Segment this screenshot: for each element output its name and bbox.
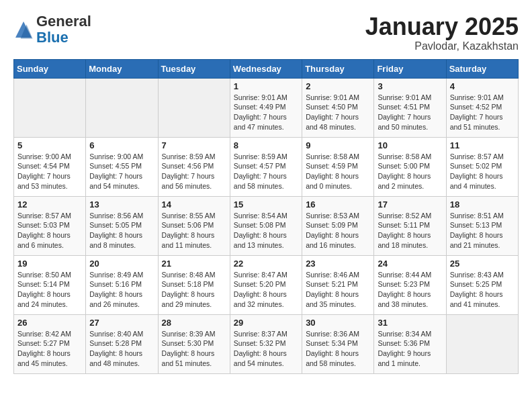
day-cell: 2Sunrise: 9:01 AM Sunset: 4:50 PM Daylig… xyxy=(302,78,374,137)
day-info: Sunrise: 8:56 AM Sunset: 5:05 PM Dayligh… xyxy=(89,211,154,250)
day-info: Sunrise: 8:48 AM Sunset: 5:18 PM Dayligh… xyxy=(162,270,226,310)
day-cell: 29Sunrise: 8:37 AM Sunset: 5:32 PM Dayli… xyxy=(230,314,302,373)
day-number: 22 xyxy=(234,259,298,269)
day-number: 21 xyxy=(162,259,226,269)
day-cell: 20Sunrise: 8:49 AM Sunset: 5:16 PM Dayli… xyxy=(86,255,158,314)
day-number: 12 xyxy=(17,199,82,210)
week-row-2: 5Sunrise: 9:00 AM Sunset: 4:54 PM Daylig… xyxy=(14,137,519,196)
title-block: January 2025 Pavlodar, Kazakhstan xyxy=(365,13,519,52)
day-info: Sunrise: 8:51 AM Sunset: 5:13 PM Dayligh… xyxy=(450,211,515,250)
weekday-header-row: SundayMondayTuesdayWednesdayThursdayFrid… xyxy=(14,59,519,78)
day-number: 28 xyxy=(162,318,226,328)
week-row-5: 26Sunrise: 8:42 AM Sunset: 5:27 PM Dayli… xyxy=(14,314,519,373)
logo: General Blue xyxy=(13,13,91,46)
logo-blue-text: Blue xyxy=(36,29,69,46)
day-number: 8 xyxy=(234,140,298,150)
weekday-header-thursday: Thursday xyxy=(302,59,374,78)
day-info: Sunrise: 8:42 AM Sunset: 5:27 PM Dayligh… xyxy=(17,329,82,369)
day-cell: 14Sunrise: 8:55 AM Sunset: 5:06 PM Dayli… xyxy=(158,196,230,255)
day-number: 3 xyxy=(378,81,442,91)
day-info: Sunrise: 8:40 AM Sunset: 5:28 PM Dayligh… xyxy=(89,329,154,369)
day-number: 24 xyxy=(378,259,442,269)
day-info: Sunrise: 8:37 AM Sunset: 5:32 PM Dayligh… xyxy=(234,329,298,369)
day-cell: 19Sunrise: 8:50 AM Sunset: 5:14 PM Dayli… xyxy=(14,255,86,314)
day-cell: 5Sunrise: 9:00 AM Sunset: 4:54 PM Daylig… xyxy=(14,137,86,196)
day-number: 11 xyxy=(450,140,515,150)
day-cell: 18Sunrise: 8:51 AM Sunset: 5:13 PM Dayli… xyxy=(446,196,518,255)
calendar-header: SundayMondayTuesdayWednesdayThursdayFrid… xyxy=(14,59,519,78)
day-number: 10 xyxy=(378,140,442,150)
day-cell: 26Sunrise: 8:42 AM Sunset: 5:27 PM Dayli… xyxy=(14,314,86,373)
calendar-table: SundayMondayTuesdayWednesdayThursdayFrid… xyxy=(13,59,519,374)
weekday-header-saturday: Saturday xyxy=(446,59,518,78)
day-info: Sunrise: 8:57 AM Sunset: 5:03 PM Dayligh… xyxy=(17,211,82,250)
day-number: 29 xyxy=(234,318,298,328)
day-info: Sunrise: 8:58 AM Sunset: 4:59 PM Dayligh… xyxy=(306,152,370,191)
day-cell: 7Sunrise: 8:59 AM Sunset: 4:56 PM Daylig… xyxy=(158,137,230,196)
day-info: Sunrise: 8:50 AM Sunset: 5:14 PM Dayligh… xyxy=(17,270,82,310)
day-info: Sunrise: 8:57 AM Sunset: 5:02 PM Dayligh… xyxy=(450,152,515,191)
day-cell: 9Sunrise: 8:58 AM Sunset: 4:59 PM Daylig… xyxy=(302,137,374,196)
day-number: 16 xyxy=(306,199,370,210)
day-info: Sunrise: 9:01 AM Sunset: 4:49 PM Dayligh… xyxy=(234,93,298,132)
calendar-body: 1Sunrise: 9:01 AM Sunset: 4:49 PM Daylig… xyxy=(14,78,519,373)
day-info: Sunrise: 9:01 AM Sunset: 4:50 PM Dayligh… xyxy=(306,93,370,132)
day-number: 7 xyxy=(162,140,226,150)
day-info: Sunrise: 9:00 AM Sunset: 4:54 PM Dayligh… xyxy=(17,152,82,191)
weekday-header-friday: Friday xyxy=(374,59,446,78)
day-info: Sunrise: 8:59 AM Sunset: 4:57 PM Dayligh… xyxy=(234,152,298,191)
day-info: Sunrise: 9:00 AM Sunset: 4:55 PM Dayligh… xyxy=(89,152,154,191)
logo-icon xyxy=(13,19,34,40)
day-cell: 11Sunrise: 8:57 AM Sunset: 5:02 PM Dayli… xyxy=(446,137,518,196)
day-info: Sunrise: 9:01 AM Sunset: 4:51 PM Dayligh… xyxy=(378,93,442,132)
day-cell: 27Sunrise: 8:40 AM Sunset: 5:28 PM Dayli… xyxy=(86,314,158,373)
day-info: Sunrise: 8:43 AM Sunset: 5:25 PM Dayligh… xyxy=(450,270,515,310)
day-number: 26 xyxy=(17,318,82,328)
week-row-3: 12Sunrise: 8:57 AM Sunset: 5:03 PM Dayli… xyxy=(14,196,519,255)
day-info: Sunrise: 8:52 AM Sunset: 5:11 PM Dayligh… xyxy=(378,211,442,250)
day-info: Sunrise: 8:34 AM Sunset: 5:36 PM Dayligh… xyxy=(378,329,442,369)
day-info: Sunrise: 8:36 AM Sunset: 5:34 PM Dayligh… xyxy=(306,329,370,369)
day-number: 25 xyxy=(450,259,515,269)
day-info: Sunrise: 8:54 AM Sunset: 5:08 PM Dayligh… xyxy=(234,211,298,250)
day-cell: 25Sunrise: 8:43 AM Sunset: 5:25 PM Dayli… xyxy=(446,255,518,314)
day-number: 15 xyxy=(234,199,298,210)
day-cell: 21Sunrise: 8:48 AM Sunset: 5:18 PM Dayli… xyxy=(158,255,230,314)
weekday-header-monday: Monday xyxy=(86,59,158,78)
day-number: 23 xyxy=(306,259,370,269)
weekday-header-wednesday: Wednesday xyxy=(230,59,302,78)
day-info: Sunrise: 8:46 AM Sunset: 5:21 PM Dayligh… xyxy=(306,270,370,310)
day-cell: 13Sunrise: 8:56 AM Sunset: 5:05 PM Dayli… xyxy=(86,196,158,255)
day-cell: 30Sunrise: 8:36 AM Sunset: 5:34 PM Dayli… xyxy=(302,314,374,373)
day-cell: 23Sunrise: 8:46 AM Sunset: 5:21 PM Dayli… xyxy=(302,255,374,314)
day-info: Sunrise: 8:55 AM Sunset: 5:06 PM Dayligh… xyxy=(162,211,226,250)
day-number: 30 xyxy=(306,318,370,328)
day-number: 27 xyxy=(89,318,154,328)
day-number: 17 xyxy=(378,199,442,210)
day-number: 13 xyxy=(89,199,154,210)
day-cell: 17Sunrise: 8:52 AM Sunset: 5:11 PM Dayli… xyxy=(374,196,446,255)
day-info: Sunrise: 8:39 AM Sunset: 5:30 PM Dayligh… xyxy=(162,329,226,369)
day-number: 4 xyxy=(450,81,515,91)
day-number: 31 xyxy=(378,318,442,328)
day-number: 6 xyxy=(89,140,154,150)
day-number: 14 xyxy=(162,199,226,210)
day-number: 20 xyxy=(89,259,154,269)
calendar-subtitle: Pavlodar, Kazakhstan xyxy=(365,40,519,52)
day-cell: 1Sunrise: 9:01 AM Sunset: 4:49 PM Daylig… xyxy=(230,78,302,137)
day-cell xyxy=(86,78,158,137)
week-row-4: 19Sunrise: 8:50 AM Sunset: 5:14 PM Dayli… xyxy=(14,255,519,314)
day-cell: 4Sunrise: 9:01 AM Sunset: 4:52 PM Daylig… xyxy=(446,78,518,137)
day-number: 2 xyxy=(306,81,370,91)
day-info: Sunrise: 8:49 AM Sunset: 5:16 PM Dayligh… xyxy=(89,270,154,310)
calendar-title: January 2025 xyxy=(365,13,519,40)
day-cell: 10Sunrise: 8:58 AM Sunset: 5:00 PM Dayli… xyxy=(374,137,446,196)
day-cell xyxy=(14,78,86,137)
day-info: Sunrise: 8:59 AM Sunset: 4:56 PM Dayligh… xyxy=(162,152,226,191)
day-cell: 22Sunrise: 8:47 AM Sunset: 5:20 PM Dayli… xyxy=(230,255,302,314)
weekday-header-tuesday: Tuesday xyxy=(158,59,230,78)
day-cell: 12Sunrise: 8:57 AM Sunset: 5:03 PM Dayli… xyxy=(14,196,86,255)
logo-general-text: General xyxy=(36,13,91,30)
day-info: Sunrise: 8:47 AM Sunset: 5:20 PM Dayligh… xyxy=(234,270,298,310)
day-cell xyxy=(446,314,518,373)
